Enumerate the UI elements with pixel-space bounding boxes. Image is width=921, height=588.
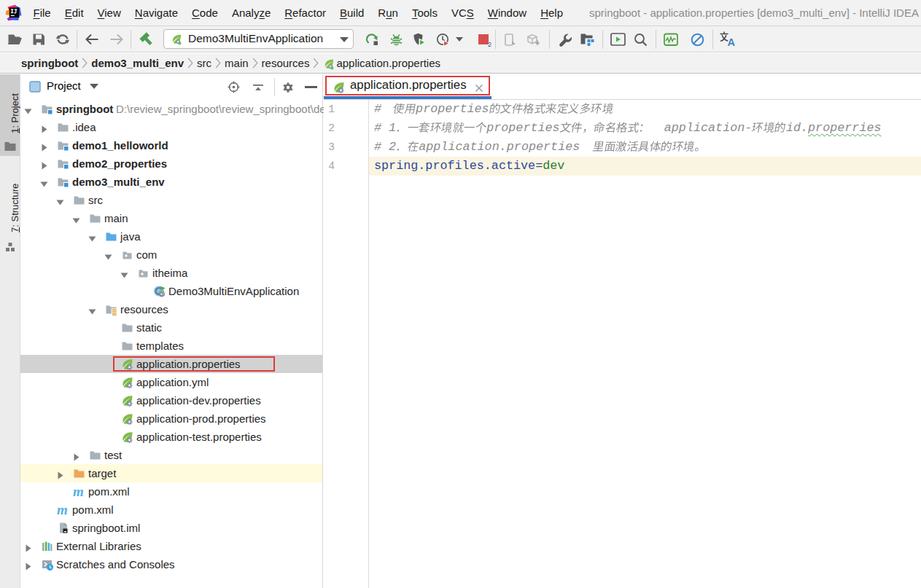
svg-text:A: A: [728, 36, 736, 48]
svg-text:2: 2: [488, 41, 491, 48]
